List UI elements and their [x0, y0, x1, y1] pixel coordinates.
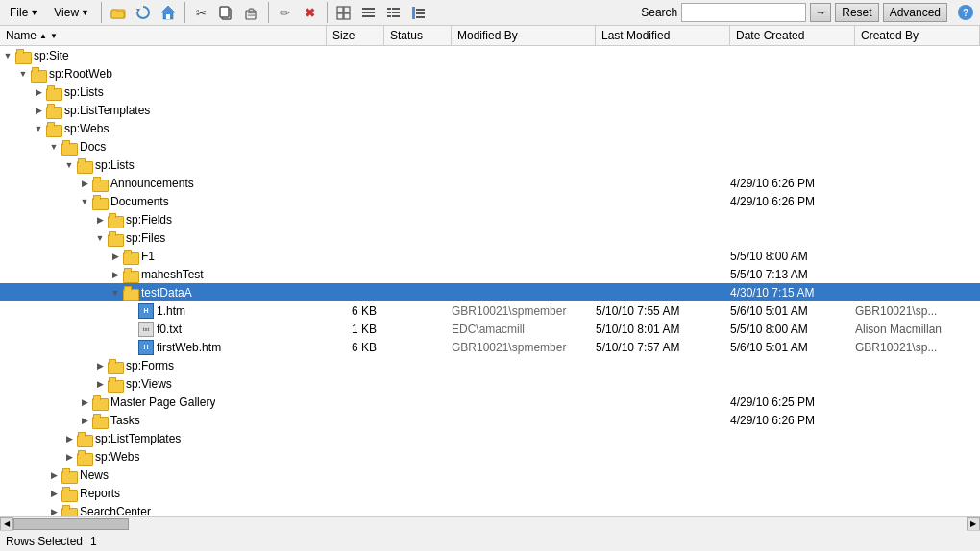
svg-rect-14 — [362, 8, 375, 10]
tree-expander[interactable]: ▼ — [15, 64, 31, 83]
tree-row[interactable]: ▶sp:Views — [0, 374, 980, 393]
tree-expander[interactable]: ▶ — [108, 247, 123, 265]
tree-row[interactable]: txtf0.txt1 KBEDC\amacmill5/10/10 8:01 AM… — [0, 320, 980, 338]
tree-row[interactable]: ▶Tasks4/29/10 6:26 PM — [0, 411, 980, 429]
paste-button[interactable] — [241, 2, 262, 23]
list-view-button1[interactable] — [358, 2, 380, 23]
hscroll-right-arrow[interactable]: ▶ — [967, 517, 980, 531]
tree-row[interactable]: ▼sp:RootWeb — [0, 64, 980, 83]
col-header-status[interactable]: Status — [384, 26, 452, 45]
tree-row[interactable]: H1.htm6 KBGBR10021\spmember5/10/10 7:55 … — [0, 301, 980, 320]
tree-row[interactable]: ▶sp:ListTemplates — [0, 429, 980, 447]
file-menu[interactable]: File ▼ — [4, 4, 44, 21]
toolbar-sep-3 — [268, 2, 269, 23]
tree-expander[interactable]: ▶ — [46, 484, 61, 502]
tree-expander[interactable]: ▼ — [108, 283, 123, 301]
hscroll-left-arrow[interactable]: ◀ — [0, 517, 13, 531]
tree-expander[interactable]: ▶ — [61, 429, 77, 447]
tree-row[interactable]: ▶SearchCenter — [0, 502, 980, 516]
tree-row[interactable]: ▶Reports — [0, 484, 980, 502]
tree-expander[interactable]: ▶ — [92, 374, 108, 393]
grid-view-button[interactable] — [333, 2, 355, 23]
tree-row[interactable]: ▶sp:Lists — [0, 83, 980, 101]
folder-icon — [15, 49, 31, 62]
tree-row[interactable]: ▶sp:Webs — [0, 447, 980, 466]
tree-expander[interactable]: ▼ — [92, 228, 108, 247]
help-button[interactable]: ? — [955, 2, 976, 23]
tree-expander[interactable]: ▼ — [0, 46, 15, 64]
col-datecreated-label: Date Created — [736, 29, 804, 42]
tree-expander[interactable]: ▶ — [92, 210, 108, 228]
row-name-cell: ▶Tasks — [0, 411, 327, 429]
horizontal-scrollbar[interactable]: ◀ ▶ — [0, 516, 980, 530]
view-menu[interactable]: View ▼ — [48, 4, 95, 21]
tree-expander[interactable]: ▼ — [61, 156, 77, 174]
tree-view[interactable]: ▼sp:Site▼sp:RootWeb▶sp:Lists▶sp:ListTemp… — [0, 46, 980, 516]
tree-row[interactable]: ▼sp:Site — [0, 46, 980, 64]
view-menu-arrow: ▼ — [81, 8, 89, 17]
tree-expander[interactable]: ▼ — [31, 119, 46, 137]
tree-row[interactable]: ▼testDataA4/30/10 7:15 AM — [0, 283, 980, 301]
tree-row[interactable]: ▶F15/5/10 8:00 AM — [0, 247, 980, 265]
tree-expander[interactable] — [123, 338, 138, 356]
tree-row[interactable]: ▶sp:ListTemplates — [0, 101, 980, 119]
tree-expander[interactable]: ▶ — [108, 265, 123, 283]
tree-expander[interactable]: ▶ — [46, 466, 61, 484]
tree-row[interactable]: ▶sp:Fields — [0, 210, 980, 228]
tree-row[interactable]: HfirstWeb.htm6 KBGBR10021\spmember5/10/1… — [0, 338, 980, 356]
rows-selected-label: Rows Selected — [6, 535, 83, 548]
search-reset-button[interactable]: Reset — [835, 3, 878, 22]
col-header-size[interactable]: Size — [327, 26, 384, 45]
tree-row[interactable]: ▼sp:Lists — [0, 156, 980, 174]
edit-button[interactable]: ✏ — [275, 2, 296, 23]
col-header-name[interactable]: Name ▲ ▼ — [0, 26, 327, 45]
tree-expander[interactable]: ▶ — [77, 411, 92, 429]
tree-expander[interactable]: ▼ — [46, 137, 61, 156]
tree-row[interactable]: ▼Docs — [0, 137, 980, 156]
row-label: f0.txt — [157, 323, 182, 336]
col-header-modby[interactable]: Modified By — [452, 26, 596, 45]
search-go-button[interactable]: → — [810, 3, 831, 22]
tree-expander[interactable] — [123, 320, 138, 338]
open-button[interactable] — [108, 2, 129, 23]
delete-button[interactable]: ✖ — [300, 2, 321, 23]
row-name-cell: ▶SearchCenter — [0, 502, 327, 516]
home-button[interactable] — [158, 2, 179, 23]
tree-row[interactable]: ▼sp:Files — [0, 228, 980, 247]
tree-row[interactable]: ▶Announcements4/29/10 6:26 PM — [0, 174, 980, 192]
col-header-datecreated[interactable]: Date Created — [730, 26, 855, 45]
tree-row[interactable]: ▶Master Page Gallery4/29/10 6:25 PM — [0, 393, 980, 411]
col-header-createdby[interactable]: Created By — [855, 26, 980, 45]
tree-row[interactable]: ▼sp:Webs — [0, 119, 980, 137]
tree-expander[interactable]: ▼ — [77, 192, 92, 210]
folder-icon — [108, 231, 123, 245]
tree-expander[interactable]: ▶ — [92, 356, 108, 374]
tree-expander[interactable] — [123, 301, 138, 320]
row-date-created: 5/6/10 5:01 AM — [730, 341, 855, 354]
col-header-lastmod[interactable]: Last Modified — [596, 26, 730, 45]
folder-icon — [108, 377, 123, 391]
row-name-cell: ▶Announcements — [0, 174, 327, 192]
cut-button[interactable]: ✂ — [191, 2, 212, 23]
row-label: Announcements — [110, 177, 194, 190]
hscroll-thumb[interactable] — [13, 518, 129, 530]
refresh-button[interactable] — [133, 2, 154, 23]
tree-expander[interactable]: ▶ — [77, 174, 92, 192]
search-input[interactable] — [681, 3, 806, 22]
tree-expander[interactable]: ▶ — [77, 393, 92, 411]
row-label: sp:Lists — [95, 158, 135, 172]
hscroll-track[interactable] — [13, 517, 967, 531]
tree-row[interactable]: ▶maheshTest5/5/10 7:13 AM — [0, 265, 980, 283]
list-view-button3[interactable] — [408, 2, 429, 23]
tree-expander[interactable]: ▶ — [31, 83, 46, 101]
tree-expander[interactable]: ▶ — [46, 502, 61, 516]
search-advanced-button[interactable]: Advanced — [883, 3, 947, 22]
tree-expander[interactable]: ▶ — [31, 101, 46, 119]
tree-row[interactable]: ▶sp:Forms — [0, 356, 980, 374]
tree-expander[interactable]: ▶ — [61, 447, 77, 466]
list-view-button2[interactable] — [383, 2, 404, 23]
tree-row[interactable]: ▼Documents4/29/10 6:26 PM — [0, 192, 980, 210]
chevron-right-icon: ▶ — [82, 179, 88, 188]
copy-button[interactable] — [216, 2, 237, 23]
tree-row[interactable]: ▶News — [0, 466, 980, 484]
